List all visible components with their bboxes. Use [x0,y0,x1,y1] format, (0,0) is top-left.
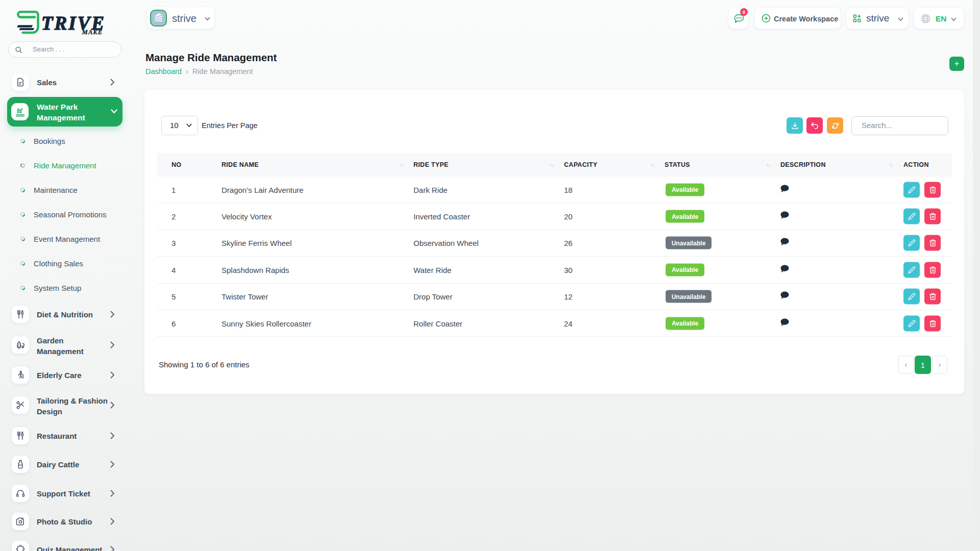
svg-text:MAKE: MAKE [82,29,103,36]
